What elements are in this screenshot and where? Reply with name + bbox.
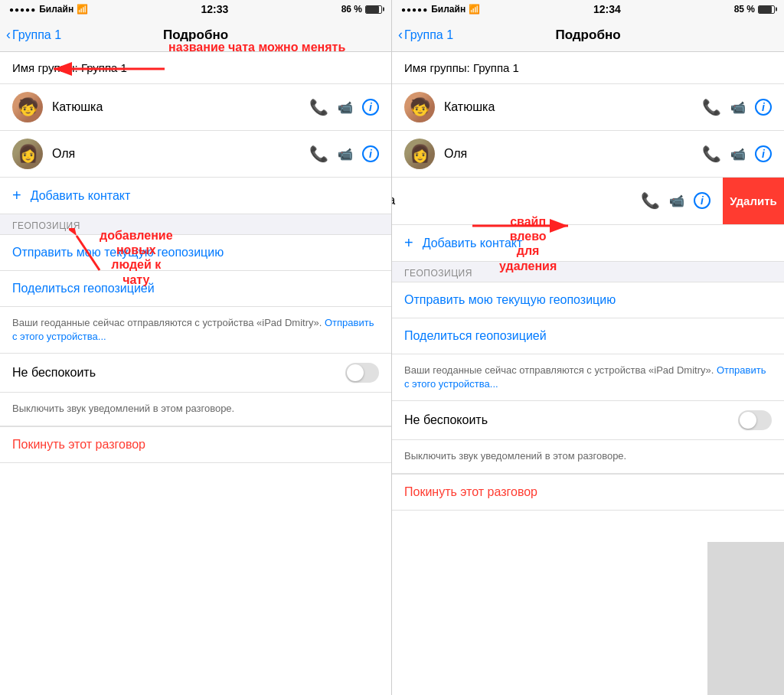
contact-actions-katyushka-left: 📞 📹 i <box>309 98 379 116</box>
info-icon-olya-left[interactable]: i <box>362 145 379 162</box>
add-label-left: Добавить контакт <box>31 189 131 203</box>
back-chevron-right: ‹ <box>398 27 403 43</box>
avatar-katyushka-left: 🧒 <box>12 92 43 122</box>
section-geo-left: ГЕОПОЗИЦИЯ <box>0 214 391 235</box>
contact-name-olya-right: Оля <box>444 147 702 161</box>
share-location-text-right: Поделиться геопозицией <box>404 329 547 342</box>
leave-text-right: Покинуть этот разговор <box>404 485 537 498</box>
geo-info-right: Ваши геоданные сейчас отправляются с уст… <box>392 354 784 401</box>
add-label-right: Добавить контакт <box>423 237 523 250</box>
signal-right: ●●●●● <box>401 5 428 14</box>
video-icon-katyushka-right[interactable]: 📹 <box>730 100 746 115</box>
swipe-contact-inner: 👩 ка 📞 📹 i <box>392 178 723 224</box>
share-location-left[interactable]: Поделиться геопозицией <box>0 271 391 307</box>
contact-name-olya-left: Оля <box>52 147 309 161</box>
group-name-left[interactable]: Имя группы: Группа 1 <box>0 52 391 84</box>
dnd-sub-text-right: Выключить звук уведомлений в этом разгов… <box>404 450 626 462</box>
add-contact-right[interactable]: + Добавить контакт <box>392 225 784 262</box>
dnd-knob-left <box>347 364 364 381</box>
contact-actions-katyushka-right: 📞 📹 i <box>702 98 772 116</box>
dnd-toggle-left[interactable] <box>345 363 379 383</box>
back-label-right: Группа 1 <box>404 28 453 42</box>
info-icon-olya-right[interactable]: i <box>755 145 772 162</box>
right-panel: ●●●●● Билайн 📶 12:34 85 % ‹ Группа 1 Под… <box>392 0 784 695</box>
send-location-text-right: Отправить мою текущую геопозицию <box>404 293 616 306</box>
group-name-text-right: Имя группы: Группа 1 <box>404 61 519 74</box>
leave-row-right[interactable]: Покинуть этот разговор <box>392 474 784 511</box>
info-icon-swipe[interactable]: i <box>694 192 710 209</box>
swipe-contact-row: Удалить 👩 ка 📞 📹 i <box>392 178 784 225</box>
status-bar-right: ●●●●● Билайн 📶 12:34 85 % <box>392 0 784 18</box>
dnd-toggle-right[interactable] <box>738 410 772 430</box>
battery-percent-right: 85 % <box>734 4 755 15</box>
video-icon-olya-right[interactable]: 📹 <box>730 147 746 162</box>
contact-row-katyushka-left: 🧒 Катюшка 📞 📹 i <box>0 84 391 131</box>
avatar-katyushka-right: 🧒 <box>404 92 435 122</box>
nav-title-left: Подробно <box>163 28 228 43</box>
swipe-partial-name: ка <box>392 194 641 207</box>
status-left-right: ●●●●● Билайн 📶 <box>401 4 480 15</box>
nav-title-right: Подробно <box>555 28 620 43</box>
call-icon-olya-left[interactable]: 📞 <box>309 145 328 163</box>
time-left: 12:33 <box>201 3 228 15</box>
share-location-text-left: Поделиться геопозицией <box>12 282 155 295</box>
carrier-left: Билайн <box>39 4 74 15</box>
back-button-left[interactable]: ‹ Группа 1 <box>6 27 61 43</box>
group-name-text-left: Имя группы: Группа 1 <box>12 61 127 74</box>
leave-row-left[interactable]: Покинуть этот разговор <box>0 426 391 463</box>
info-icon-katyushka-right[interactable]: i <box>755 99 772 116</box>
contact-row-olya-right: 👩 Оля 📞 📹 i <box>392 131 784 178</box>
call-icon-katyushka-left[interactable]: 📞 <box>309 98 328 116</box>
status-left: ●●●●● Билайн 📶 <box>9 4 88 15</box>
leave-text-left: Покинуть этот разговор <box>12 438 145 451</box>
video-icon-olya-left[interactable]: 📹 <box>338 147 353 162</box>
nav-bar-left: ‹ Группа 1 Подробно <box>0 18 391 52</box>
battery-bar-left <box>365 5 382 14</box>
wifi-icon: 📶 <box>77 4 88 15</box>
carrier-right: Билайн <box>431 4 466 15</box>
battery-percent-left: 86 % <box>341 4 362 15</box>
call-icon-swipe[interactable]: 📞 <box>641 191 660 210</box>
back-chevron-left: ‹ <box>6 27 11 43</box>
section-geo-right: ГЕОПОЗИЦИЯ <box>392 262 784 282</box>
add-plus-icon-left: + <box>12 187 21 204</box>
geo-info-text-right: Ваши геоданные сейчас отправляются с уст… <box>404 364 714 376</box>
dnd-label-left: Не беспокоить <box>12 366 96 380</box>
video-icon-swipe[interactable]: 📹 <box>669 194 684 208</box>
swipe-contact-actions: 📞 📹 i <box>641 191 710 210</box>
call-icon-katyushka-right[interactable]: 📞 <box>702 98 721 116</box>
call-icon-olya-right[interactable]: 📞 <box>702 145 721 163</box>
info-icon-katyushka-left[interactable]: i <box>362 99 379 116</box>
signal-left: ●●●●● <box>9 5 36 14</box>
avatar-olya-right: 👩 <box>404 139 435 169</box>
nav-bar-right: ‹ Группа 1 Подробно <box>392 18 784 52</box>
left-panel: ●●●●● Билайн 📶 12:33 86 % ‹ Группа 1 Под… <box>0 0 392 695</box>
add-contact-left[interactable]: + Добавить контакт <box>0 178 391 214</box>
share-location-right[interactable]: Поделиться геопозицией <box>392 318 784 354</box>
battery-fill-right <box>759 6 772 13</box>
delete-label: Удалить <box>730 194 777 207</box>
video-icon-katyushka-left[interactable]: 📹 <box>338 100 353 115</box>
battery-bar-right <box>758 5 775 14</box>
status-bar-left: ●●●●● Билайн 📶 12:33 86 % <box>0 0 391 18</box>
back-button-right[interactable]: ‹ Группа 1 <box>398 27 453 43</box>
geo-info-left: Ваши геоданные сейчас отправляются с уст… <box>0 307 391 354</box>
dnd-label-right: Не беспокоить <box>404 413 488 427</box>
dnd-sub-text-left: Выключить звук уведомлений в этом разгов… <box>12 403 234 414</box>
geo-info-text-left: Ваши геоданные сейчас отправляются с уст… <box>12 317 322 328</box>
send-location-left[interactable]: Отправить мою текущую геопозицию <box>0 235 391 271</box>
dnd-sub-right: Выключить звук уведомлений в этом разгов… <box>392 440 784 473</box>
wifi-icon-right: 📶 <box>469 4 480 15</box>
contact-actions-olya-right: 📞 📹 i <box>702 145 772 163</box>
status-right: 86 % <box>341 4 382 15</box>
dnd-knob-right <box>740 412 756 429</box>
contact-actions-olya-left: 📞 📹 i <box>309 145 379 163</box>
contact-row-katyushka-right: 🧒 Катюшка 📞 📹 i <box>392 84 784 131</box>
group-name-right[interactable]: Имя группы: Группа 1 <box>392 52 784 84</box>
back-label-left: Группа 1 <box>12 28 61 42</box>
contact-name-katyushka-right: Катюшка <box>444 100 702 114</box>
delete-button[interactable]: Удалить <box>723 178 784 224</box>
send-location-right[interactable]: Отправить мою текущую геопозицию <box>392 282 784 318</box>
contact-name-katyushka-left: Катюшка <box>52 100 309 114</box>
status-right-right: 85 % <box>734 4 775 15</box>
